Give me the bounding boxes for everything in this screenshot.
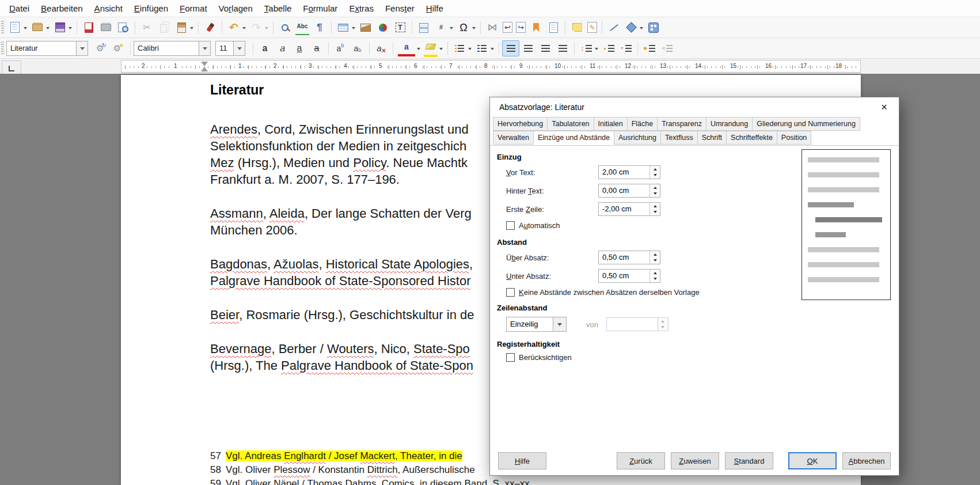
numbered-list-button[interactable] [473, 40, 496, 56]
keine-abstaende-checkbox[interactable] [506, 288, 515, 297]
chevron-down-icon[interactable] [46, 27, 50, 31]
highlight-color-button[interactable] [422, 40, 445, 56]
horizontal-ruler[interactable]: 21123456789101112131415161718 [121, 60, 861, 73]
menu-tabelle[interactable]: Tabelle [259, 1, 298, 16]
clear-formatting-button[interactable]: a [373, 40, 390, 56]
spin-down-icon[interactable] [650, 191, 660, 197]
print-button[interactable] [97, 20, 115, 36]
chevron-down-icon[interactable] [450, 27, 453, 31]
unter-absatz-value[interactable]: 0,50 cm [599, 270, 649, 282]
open-button[interactable] [29, 20, 51, 36]
spin-down-icon[interactable] [650, 276, 660, 282]
undo-button[interactable]: ↶ [225, 20, 248, 36]
automatisch-checkbox[interactable] [506, 221, 515, 230]
insert-image-button[interactable] [357, 20, 374, 36]
menu-ansicht[interactable]: Ansicht [89, 1, 128, 16]
tab-schrift[interactable]: Schrift [697, 131, 727, 145]
tab-position[interactable]: Position [777, 131, 811, 145]
chevron-down-icon[interactable] [468, 48, 472, 52]
standard-button[interactable]: Standard [725, 452, 773, 469]
formatting-marks-button[interactable]: ¶ [311, 20, 328, 36]
hilfe-button[interactable]: Hilfe [498, 452, 546, 469]
insert-field-button[interactable]: # [432, 20, 455, 36]
tab-verwalten[interactable]: Verwalten [493, 131, 534, 145]
align-center-button[interactable] [519, 40, 537, 56]
tab-initialen[interactable]: Initialen [594, 117, 628, 131]
align-left-button[interactable] [502, 40, 519, 56]
erste-zeile-input[interactable]: -2,00 cm [598, 202, 660, 216]
basic-shapes-button[interactable] [622, 20, 645, 36]
beruecksichtigen-checkbox-row[interactable]: Berücksichtigen [506, 353, 892, 362]
chevron-down-icon[interactable] [439, 48, 443, 52]
new-document-button[interactable] [6, 20, 29, 36]
underline-button[interactable]: a [291, 40, 308, 56]
spin-down-icon[interactable] [650, 172, 660, 179]
chevron-down-icon[interactable] [233, 41, 245, 55]
zuweisen-button[interactable]: Zuweisen [671, 452, 719, 469]
update-style-button[interactable]: ⚙ [93, 40, 110, 56]
tab-hervorhebung[interactable]: Hervorhebung [493, 117, 548, 131]
tab-textfluss[interactable]: Textfluss [660, 131, 698, 145]
left-indent-marker[interactable] [201, 63, 208, 71]
insert-textbox-button[interactable] [392, 20, 409, 36]
menu-datei[interactable]: Datei [3, 1, 35, 16]
menu-formular[interactable]: Formular [297, 1, 343, 16]
paragraph-style-combo[interactable]: Literatur [6, 41, 88, 56]
zurueck-button[interactable]: Zurück [617, 452, 665, 469]
insert-bookmark-button[interactable] [527, 20, 545, 36]
superscript-button[interactable]: a [332, 40, 349, 56]
font-size-combo[interactable]: 11 [215, 41, 245, 56]
draw-functions-button[interactable] [645, 20, 662, 36]
tab-tabulatoren[interactable]: Tabulatoren [547, 117, 594, 131]
spin-up-icon[interactable] [650, 166, 660, 172]
font-color-button[interactable]: a [396, 40, 422, 56]
clone-formatting-button[interactable] [202, 20, 219, 36]
toolbar-grip[interactable] [1, 21, 4, 35]
spin-down-icon[interactable] [650, 257, 660, 264]
font-name-combo[interactable]: Calibri [134, 41, 211, 56]
chevron-down-icon[interactable] [352, 27, 355, 31]
chevron-down-icon[interactable] [76, 41, 88, 55]
export-pdf-button[interactable] [80, 20, 97, 36]
ueber-absatz-value[interactable]: 0,50 cm [599, 251, 649, 264]
spin-down-icon[interactable] [650, 209, 660, 215]
insert-line-button[interactable] [605, 20, 622, 36]
tab-schrifteffekte[interactable]: Schrifteffekte [726, 131, 777, 145]
insert-hyperlink-button[interactable]: ⋈ [484, 20, 501, 36]
align-right-button[interactable] [537, 40, 554, 56]
chevron-down-icon[interactable] [242, 27, 246, 31]
insert-cross-reference-button[interactable] [545, 20, 562, 36]
print-preview-button[interactable] [115, 20, 132, 36]
chevron-down-icon[interactable] [69, 27, 72, 31]
spin-up-icon[interactable] [650, 251, 660, 257]
decrease-paragraph-spacing-button[interactable] [617, 40, 635, 56]
chevron-down-icon[interactable] [265, 27, 268, 31]
chevron-down-icon[interactable] [595, 48, 598, 52]
insert-page-break-button[interactable] [415, 20, 432, 36]
justify-button[interactable] [554, 40, 571, 56]
spin-up-icon[interactable] [650, 270, 660, 276]
track-changes-button[interactable]: ✎ [586, 20, 599, 36]
insert-special-character-button[interactable]: Ω [455, 20, 477, 36]
menu-fenster[interactable]: Fenster [379, 1, 420, 16]
chevron-down-icon[interactable] [24, 27, 27, 31]
chevron-down-icon[interactable] [491, 48, 494, 52]
menu-extras[interactable]: Extras [343, 1, 379, 16]
chevron-down-icon[interactable] [472, 27, 476, 31]
chevron-down-icon[interactable] [190, 27, 193, 31]
paste-button[interactable] [173, 20, 195, 36]
chevron-down-icon[interactable] [553, 317, 566, 331]
insert-comment-button[interactable] [568, 20, 586, 36]
insert-footnote-button[interactable]: ↩ [501, 20, 514, 36]
close-icon[interactable]: × [879, 101, 890, 113]
spin-up-icon[interactable] [650, 184, 660, 191]
insert-endnote-button[interactable]: ↪ [514, 20, 527, 36]
menu-format[interactable]: Format [174, 1, 213, 16]
menu-vorlagen[interactable]: Vorlagen [213, 1, 259, 16]
menu-einfugen[interactable]: Einfügen [128, 1, 174, 16]
menu-hilfe[interactable]: Hilfe [420, 1, 449, 16]
menu-bearbeiten[interactable]: Bearbeiten [35, 1, 89, 16]
vor-text-input[interactable]: 2,00 cm [598, 165, 660, 179]
toolbar-grip[interactable] [1, 41, 4, 55]
insert-table-button[interactable] [335, 20, 357, 36]
